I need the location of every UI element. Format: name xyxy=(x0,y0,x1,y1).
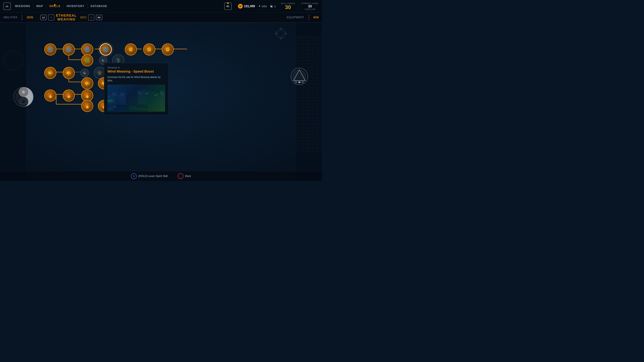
o-button[interactable]: ○ xyxy=(178,173,184,179)
svg-rect-25 xyxy=(278,30,284,37)
svg-rect-56 xyxy=(118,94,121,111)
leaf-locked-1: 🍃 xyxy=(116,58,121,63)
skill-node-r1-6[interactable]: ✊ xyxy=(143,43,155,55)
skill-node-r1-5[interactable]: ✊ xyxy=(125,43,137,55)
svg-rect-61 xyxy=(108,96,109,97)
nav-missions[interactable]: MISSIONS xyxy=(15,5,30,8)
tooltip-title: Wind Weaving - Speed Boost xyxy=(108,69,165,73)
nav-map[interactable]: MAP xyxy=(36,5,43,8)
skill-node-r2-1[interactable]: 🌿 xyxy=(81,54,93,66)
svg-rect-80 xyxy=(154,93,161,111)
r1-button[interactable]: R1 xyxy=(224,2,232,10)
r1-indicator xyxy=(227,2,229,4)
tooltip-image: ULTIMATE xyxy=(108,85,165,112)
skill-node-r3-1[interactable]: 🖐 xyxy=(44,67,56,79)
tornado-icon-4: 🌀 xyxy=(103,47,109,52)
section-title-block: ETHEREAL WEAVING xyxy=(56,13,77,21)
palm-icon-1: 🖐 xyxy=(48,70,53,76)
skill-node-r1-3[interactable]: 🌀 xyxy=(81,43,93,55)
yin-yang-icon: ☯ xyxy=(270,4,273,8)
svg-rect-81 xyxy=(160,91,165,111)
middle-nav: L2 ‹ ETHEREAL WEAVING 18/21 › R2 xyxy=(37,13,285,21)
svg-rect-84 xyxy=(146,93,147,94)
yin-yang-block: ☯ 2 xyxy=(270,4,276,8)
svg-point-17 xyxy=(22,100,25,103)
svg-rect-55 xyxy=(112,92,118,112)
skill-node-r1-7[interactable]: ✊ xyxy=(162,43,174,55)
svg-rect-64 xyxy=(115,95,116,95)
svg-rect-53 xyxy=(108,93,108,111)
skill-node-r4-1[interactable]: 🖐 xyxy=(81,77,93,89)
svg-point-29 xyxy=(285,33,286,34)
nav-skills[interactable]: SKILLS xyxy=(49,5,60,8)
svg-rect-76 xyxy=(108,106,165,111)
synergy-value: 33 xyxy=(308,4,312,8)
currency-icon: M xyxy=(238,4,243,8)
svg-point-1 xyxy=(6,53,21,68)
tornado-icon-1: 🌀 xyxy=(48,47,53,52)
svg-point-75 xyxy=(114,106,116,107)
sub-divider-1 xyxy=(22,14,22,20)
next-section-button[interactable]: › xyxy=(88,14,94,20)
skill-points-value: 30 xyxy=(285,4,291,10)
right-emblem xyxy=(290,67,308,86)
svg-point-2 xyxy=(8,55,18,65)
synergy-sub: 4,288/11,400 xyxy=(304,8,315,10)
skill-node-r3-3[interactable]: ☯ xyxy=(80,69,89,77)
x-button[interactable]: ✕ xyxy=(131,173,137,179)
svg-rect-66 xyxy=(121,94,122,95)
svg-rect-65 xyxy=(113,96,114,96)
svg-rect-67 xyxy=(122,95,123,95)
svg-rect-68 xyxy=(108,105,165,112)
compass-icon: ✦ xyxy=(258,4,261,8)
nav-divider-2 xyxy=(46,4,46,9)
equipment-count: 8/16 xyxy=(314,16,319,19)
abilities-section: ABILITIES 15/31 xyxy=(3,14,37,20)
skill-node-r5-2[interactable]: 🔥 xyxy=(63,89,75,102)
currency-value: 131,459 xyxy=(244,4,255,8)
svg-rect-13 xyxy=(295,35,322,152)
svg-point-28 xyxy=(276,33,277,34)
back-label: Back xyxy=(185,175,191,178)
skill-node-r1-4[interactable]: 🌀 xyxy=(100,43,112,55)
nav-inventory[interactable]: INVENTORY xyxy=(66,5,84,8)
skill-node-r6-1[interactable]: 🔥 xyxy=(81,100,93,112)
skill-node-r1-1[interactable]: 🌀 xyxy=(44,43,56,55)
skill-node-r1-2[interactable]: 🌀 xyxy=(63,43,75,55)
left-emblem xyxy=(12,86,34,108)
flame-icon-3: 🔥 xyxy=(84,93,90,98)
svg-rect-63 xyxy=(114,93,115,94)
svg-rect-79 xyxy=(145,92,155,112)
equipment-label: EQUIPMENT xyxy=(287,16,304,19)
tooltip-subtitle: Shinatobe III xyxy=(108,66,165,69)
skill-node-r5-1[interactable]: 🔥 xyxy=(44,89,56,102)
right-panel xyxy=(295,12,322,181)
scale-pattern xyxy=(295,35,322,171)
svg-text:ULTIMATE: ULTIMATE xyxy=(108,100,112,102)
skill-node-r3-2[interactable]: 🖐 xyxy=(63,67,75,79)
svg-rect-90 xyxy=(126,105,148,111)
svg-rect-88 xyxy=(161,92,162,93)
abilities-count: 15/31 xyxy=(27,16,33,19)
r2-button[interactable]: R2 xyxy=(96,15,102,20)
palm-icon-2: 🖐 xyxy=(66,70,72,76)
svg-rect-74 xyxy=(109,106,115,108)
svg-rect-73 xyxy=(109,106,115,108)
l1-button[interactable]: L1 xyxy=(3,2,11,10)
compass-block: ✦ 0/50 xyxy=(258,4,267,8)
svg-rect-83 xyxy=(140,93,141,94)
svg-rect-54 xyxy=(108,95,113,111)
svg-rect-62 xyxy=(113,94,114,95)
abilities-label: ABILITIES xyxy=(3,16,18,19)
prev-section-button[interactable]: ‹ xyxy=(48,14,54,20)
active-indicator xyxy=(54,4,56,6)
equipment-section: EQUIPMENT 8/16 xyxy=(285,14,319,20)
svg-rect-71 xyxy=(108,99,114,102)
fist-icon-1: ✊ xyxy=(128,47,133,52)
svg-rect-87 xyxy=(156,94,158,95)
l2-button[interactable]: L2 xyxy=(40,15,46,20)
learn-label: (HOLD) Learn Spirit Skill xyxy=(138,175,168,178)
nav-database[interactable]: DATABASE xyxy=(90,5,107,8)
nav-stats: M 131,459 ✦ 0/50 ☯ 2 SKILL POINTS 30 SYN… xyxy=(238,2,319,10)
fist-icon-2: ✊ xyxy=(147,47,152,52)
